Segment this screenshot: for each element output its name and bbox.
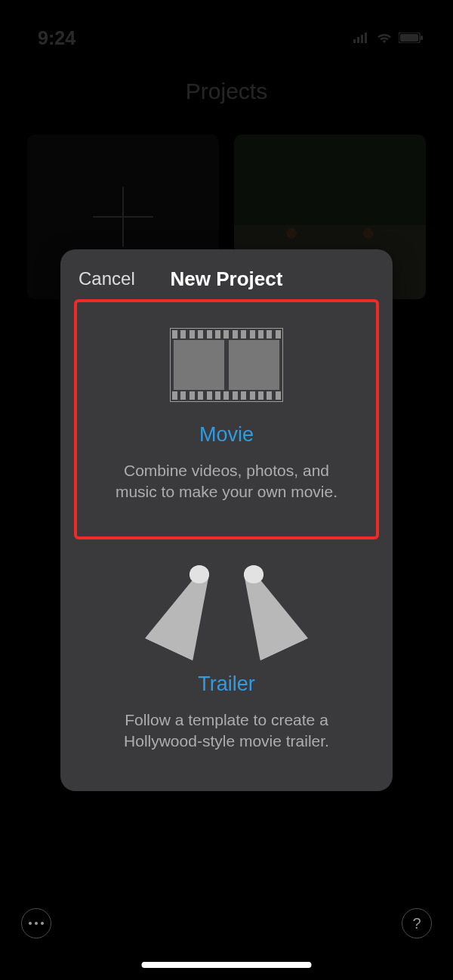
new-project-sheet: Cancel New Project Movie Combine videos,… [60, 249, 393, 791]
status-bar: 9:24 [0, 0, 453, 53]
movie-option-title: Movie [107, 423, 346, 447]
filmstrip-icon [170, 328, 283, 402]
page-title: Projects [0, 79, 453, 104]
help-button[interactable]: ? [402, 908, 432, 938]
svg-rect-6 [421, 36, 423, 40]
svg-rect-0 [353, 39, 356, 43]
ellipsis-icon [29, 922, 44, 925]
status-time: 9:24 [38, 27, 76, 49]
sheet-header: Cancel New Project [74, 264, 379, 293]
svg-rect-1 [357, 37, 359, 43]
home-indicator[interactable] [142, 962, 312, 968]
screen: 9:24 Projects Cancel Ne [0, 0, 453, 980]
movie-option[interactable]: Movie Combine videos, photos, and music … [74, 299, 379, 539]
trailer-option[interactable]: Trailer Follow a template to create a Ho… [74, 539, 379, 766]
plus-icon [93, 187, 153, 247]
cellular-signal-icon [353, 32, 370, 43]
cancel-button[interactable]: Cancel [79, 268, 135, 289]
battery-icon [399, 32, 423, 43]
wifi-icon [376, 32, 393, 44]
trailer-option-desc: Follow a template to create a Hollywood-… [104, 709, 349, 753]
svg-rect-2 [361, 35, 363, 43]
movie-option-desc: Combine videos, photos, and music to mak… [107, 460, 346, 503]
svg-rect-5 [400, 34, 418, 42]
trailer-option-title: Trailer [104, 672, 349, 696]
sheet-title: New Project [171, 267, 283, 291]
more-button[interactable] [21, 908, 51, 938]
spotlight-icon [170, 561, 283, 651]
svg-rect-3 [365, 32, 367, 43]
status-right [353, 32, 423, 44]
question-mark-icon: ? [412, 915, 421, 932]
